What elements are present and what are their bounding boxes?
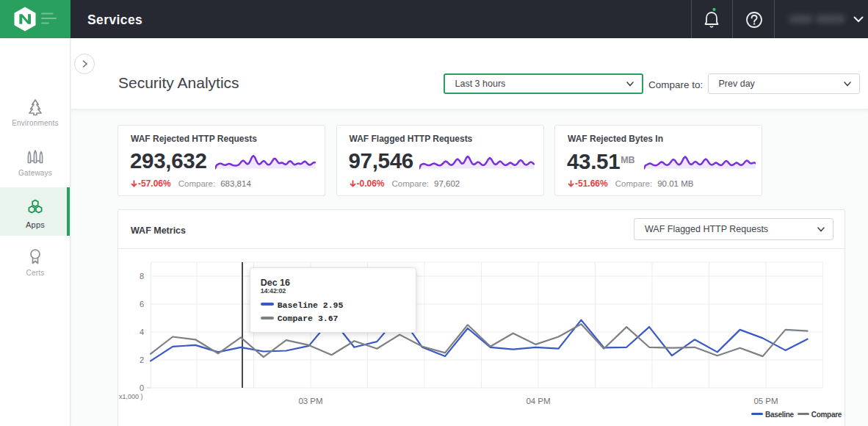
svg-text:2: 2	[140, 355, 144, 364]
svg-text:x1,000 ): x1,000 )	[119, 393, 143, 400]
svg-text:4: 4	[140, 328, 144, 336]
svg-text:03 PM: 03 PM	[298, 397, 322, 405]
svg-text:04 PM: 04 PM	[526, 397, 550, 405]
svg-text:8: 8	[140, 272, 144, 281]
svg-text:6: 6	[140, 300, 144, 308]
svg-text:0: 0	[140, 383, 144, 392]
svg-text:05 PM: 05 PM	[753, 397, 778, 405]
